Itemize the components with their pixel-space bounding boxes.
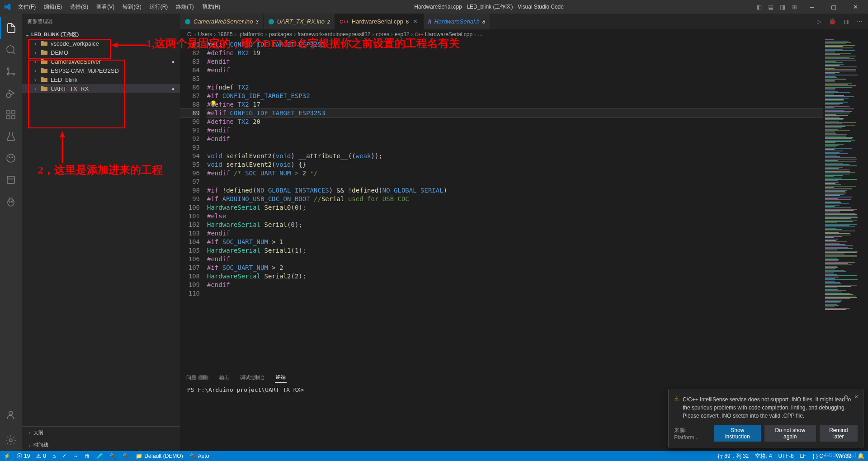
- split-icon[interactable]: ⫿⫿: [841, 16, 851, 27]
- breadcrumb-item[interactable]: ...: [478, 31, 482, 38]
- notification-gear-icon[interactable]: ⚙: [844, 394, 849, 400]
- outline-section[interactable]: ›大纲: [22, 427, 180, 439]
- status-item[interactable]: ⌂: [52, 453, 56, 459]
- workspace-header[interactable]: ⌄LED_BLINK (工作区): [22, 30, 180, 39]
- copilot-icon[interactable]: [0, 147, 22, 169]
- test-icon[interactable]: [0, 126, 22, 147]
- tree-item[interactable]: ›DEMO: [22, 48, 180, 57]
- breadcrumb[interactable]: C:›Users›19685›.platformio›packages›fram…: [180, 29, 868, 39]
- status-item[interactable]: →: [73, 453, 78, 459]
- tab-close-icon[interactable]: ✕: [411, 18, 419, 25]
- status-item[interactable]: 📁Default (DEMO): [136, 453, 183, 459]
- svg-point-20: [12, 201, 13, 202]
- breadcrumb-item[interactable]: Users: [198, 31, 212, 38]
- projects-icon[interactable]: [0, 169, 22, 191]
- breadcrumb-item[interactable]: packages: [269, 31, 292, 38]
- tree-item[interactable]: ›vscode_workpalce: [22, 39, 180, 48]
- status-item[interactable]: Win32: [836, 453, 851, 459]
- code-content[interactable]: #elif CONFIG_IDF_TARGET_ESP32S3#define R…: [207, 39, 823, 370]
- code-editor[interactable]: 8182838485868788899091929394959697989910…: [180, 39, 868, 370]
- panel-tab[interactable]: 问题19: [185, 372, 209, 383]
- breadcrumb-item[interactable]: 19685: [217, 31, 232, 38]
- sidebar-title: 资源管理器: [27, 18, 53, 25]
- tree-item[interactable]: ›ESP32-CAM_MJPEG2SD: [22, 66, 180, 75]
- debug-run-icon[interactable]: 🐞: [827, 16, 838, 27]
- platformio-icon[interactable]: [0, 191, 22, 212]
- menu-item[interactable]: 转到(G): [119, 1, 145, 13]
- svg-point-16: [8, 199, 14, 206]
- breadcrumb-item[interactable]: C++ HardwareSerial.cpp: [415, 31, 473, 38]
- status-item[interactable]: ⚠0: [36, 453, 46, 459]
- layout-sidebar-left-icon[interactable]: ◧: [754, 2, 764, 12]
- svg-line-18: [12, 198, 12, 199]
- panel-tab[interactable]: 调试控制台: [239, 372, 266, 383]
- search-icon[interactable]: [0, 39, 22, 61]
- timeline-section[interactable]: ›时间线: [22, 439, 180, 451]
- status-item[interactable]: 🧪: [96, 453, 103, 459]
- svg-point-2: [7, 68, 9, 70]
- editor-tab[interactable]: hHardwareSerial.h8: [424, 14, 490, 29]
- menu-item[interactable]: 运行(R): [146, 1, 172, 13]
- status-item[interactable]: 行 89，列 32: [717, 452, 749, 460]
- status-item[interactable]: 🔌: [109, 453, 116, 459]
- menu-item[interactable]: 文件(F): [14, 1, 39, 13]
- status-item[interactable]: ⓧ19: [17, 452, 30, 460]
- minimize-button[interactable]: ─: [803, 0, 821, 14]
- layout-customize-icon[interactable]: ⊞: [789, 2, 799, 12]
- breadcrumb-item[interactable]: C:: [187, 31, 193, 38]
- menu-item[interactable]: 帮助(H): [198, 1, 224, 13]
- notification-toast: ⚙ ✕ ⚠ C/C++ IntelliSense service does no…: [668, 390, 863, 447]
- panel-tab[interactable]: 终端: [275, 372, 287, 383]
- editor-area: CameraWebServer.ino3UART_TX_RX.ino2C++Ha…: [180, 14, 868, 451]
- status-item[interactable]: UTF-8: [778, 453, 794, 459]
- svg-point-22: [9, 439, 12, 442]
- minimap[interactable]: [823, 39, 868, 370]
- panel-tab[interactable]: 输出: [218, 372, 230, 383]
- breadcrumb-item[interactable]: esp32: [395, 31, 410, 38]
- svg-point-6: [6, 93, 11, 98]
- status-item[interactable]: 🔔: [858, 453, 864, 459]
- menu-item[interactable]: 编辑(E): [40, 1, 66, 13]
- extensions-icon[interactable]: [0, 104, 22, 126]
- tree-item[interactable]: ›UART_TX_RX: [22, 84, 180, 93]
- sidebar-more-icon[interactable]: ⋯: [170, 19, 175, 24]
- account-icon[interactable]: [0, 404, 22, 426]
- warning-icon: ⚠: [674, 395, 679, 402]
- settings-icon[interactable]: [0, 429, 22, 451]
- editor-tab[interactable]: UART_TX_RX.ino2: [264, 14, 335, 29]
- breadcrumb-item[interactable]: cores: [376, 31, 389, 38]
- remind-later-button[interactable]: Remind later: [820, 425, 858, 442]
- layout-sidebar-right-icon[interactable]: ◨: [778, 2, 788, 12]
- layout-panel-icon[interactable]: ⬓: [766, 2, 776, 12]
- breadcrumb-item[interactable]: .platformio: [238, 31, 264, 38]
- notification-close-icon[interactable]: ✕: [854, 394, 859, 400]
- explorer-icon[interactable]: [0, 17, 22, 39]
- window-controls: ─ ▢ ✕: [803, 0, 864, 14]
- breadcrumb-item[interactable]: framework-arduinoespressif32: [297, 31, 370, 38]
- status-item[interactable]: 空格: 4: [755, 452, 772, 460]
- status-item[interactable]: { } C++: [813, 453, 830, 459]
- status-item[interactable]: 🗑: [85, 453, 90, 459]
- svg-point-4: [7, 73, 9, 75]
- menu-item[interactable]: 选择(S): [66, 1, 92, 13]
- status-item[interactable]: 🔌: [123, 453, 129, 459]
- tree-item[interactable]: ›LED_blink: [22, 75, 180, 84]
- status-item[interactable]: 🔌Auto: [189, 453, 209, 459]
- show-instruction-button[interactable]: Show instruction: [714, 425, 761, 442]
- editor-tab[interactable]: CameraWebServer.ino3: [180, 14, 264, 29]
- lightbulb-icon[interactable]: 💡: [210, 100, 217, 107]
- status-item[interactable]: ⚡: [4, 453, 10, 459]
- do-not-show-button[interactable]: Do not show again: [764, 425, 816, 442]
- run-icon[interactable]: ▷: [815, 16, 823, 27]
- editor-tab[interactable]: C++HardwareSerial.cpp6✕: [335, 14, 424, 29]
- more-icon[interactable]: ⋯: [855, 16, 864, 27]
- debug-icon[interactable]: [0, 82, 22, 104]
- source-control-icon[interactable]: [0, 61, 22, 82]
- menu-item[interactable]: 终端(T): [172, 1, 197, 13]
- status-item[interactable]: LF: [800, 453, 807, 459]
- maximize-button[interactable]: ▢: [825, 0, 843, 14]
- status-item[interactable]: ✓: [62, 453, 66, 459]
- tree-item[interactable]: ›CameraWebServer: [22, 57, 180, 66]
- close-button[interactable]: ✕: [846, 0, 864, 14]
- menu-item[interactable]: 查看(V): [93, 1, 118, 13]
